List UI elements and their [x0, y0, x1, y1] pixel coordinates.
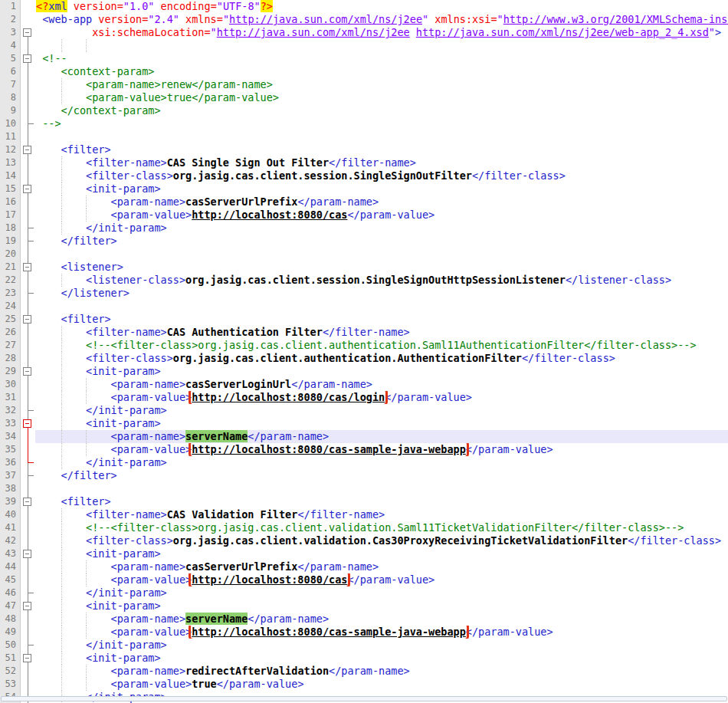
code-text[interactable]: <listener-class>org.jasig.cas.client.ses… — [35, 274, 728, 287]
code-line[interactable]: 35 <param-value>http://localhost:8080/ca… — [0, 443, 728, 456]
code-line[interactable]: 42 <filter-class>org.jasig.cas.client.va… — [0, 534, 728, 547]
code-text[interactable]: </init-param> — [35, 639, 728, 652]
code-line[interactable]: 34 <param-name>serverName</param-name> — [0, 430, 728, 443]
code-line[interactable]: 48 <param-name>serverName</param-name> — [0, 613, 728, 626]
code-text[interactable] — [35, 39, 728, 52]
code-line[interactable]: 20 — [0, 248, 728, 261]
code-line[interactable]: 32 </init-param> — [0, 404, 728, 417]
code-text[interactable]: <filter> — [35, 495, 728, 508]
code-line[interactable]: 19 </filter> — [0, 235, 728, 248]
fold-collapse-icon[interactable] — [23, 263, 31, 271]
code-text[interactable]: <filter-name>CAS Validation Filter</filt… — [35, 508, 728, 521]
code-text[interactable]: --> — [35, 117, 728, 130]
fold-collapse-icon[interactable] — [23, 498, 31, 506]
code-text[interactable]: <!-- — [35, 52, 728, 65]
code-text[interactable]: </filter> — [35, 469, 728, 482]
code-text[interactable]: <param-name>casServerLoginUrl</param-nam… — [35, 378, 728, 391]
code-text[interactable]: <!--<filter-class>org.jasig.cas.client.v… — [35, 521, 728, 534]
code-text[interactable]: <filter> — [35, 143, 728, 156]
code-line[interactable]: 46 </init-param> — [0, 586, 728, 600]
code-text[interactable]: <context-param> — [35, 65, 728, 78]
code-line[interactable]: 30 <param-name>casServerLoginUrl</param-… — [0, 378, 728, 391]
code-line[interactable]: 33 <init-param> — [0, 417, 728, 430]
code-line[interactable]: 38 — [0, 482, 728, 495]
code-text[interactable]: <param-value>http://localhost:8080/cas</… — [35, 573, 728, 586]
code-text[interactable]: <init-param> — [35, 652, 728, 665]
code-line[interactable]: 1<?xml version="1.0" encoding="UTF-8"?> — [0, 0, 728, 13]
code-text[interactable]: </filter> — [35, 235, 728, 248]
code-line[interactable]: 31 <param-value>http://localhost:8080/ca… — [0, 391, 728, 404]
fold-collapse-icon[interactable] — [23, 54, 31, 63]
code-text[interactable]: </init-param> — [35, 404, 728, 417]
fold-collapse-icon[interactable] — [23, 550, 31, 558]
code-text[interactable]: <param-value>http://localhost:8080/cas</… — [35, 209, 728, 222]
code-line[interactable]: 41 <!--<filter-class>org.jasig.cas.clien… — [0, 521, 728, 534]
code-text[interactable]: </listener> — [35, 287, 728, 300]
code-line[interactable]: 11 — [0, 130, 728, 143]
horizontal-scrollbar[interactable] — [1, 696, 727, 701]
code-text[interactable]: </init-param> — [35, 586, 728, 600]
code-text[interactable]: <param-value>http://localhost:8080/cas-s… — [35, 626, 728, 639]
code-text[interactable]: <filter-class>org.jasig.cas.client.valid… — [35, 534, 728, 547]
code-line[interactable]: 51 <init-param> — [0, 652, 728, 665]
code-text[interactable]: <web-app version="2.4" xmlns="http://jav… — [35, 13, 728, 26]
fold-collapse-icon[interactable] — [23, 146, 31, 154]
code-line[interactable]: 23 </listener> — [0, 287, 728, 300]
fold-collapse-icon[interactable] — [23, 315, 31, 324]
code-text[interactable]: <param-name>casServerUrlPrefix</param-na… — [35, 560, 728, 573]
code-line[interactable]: 5 <!-- — [0, 52, 728, 65]
fold-collapse-icon[interactable] — [23, 367, 31, 376]
code-line[interactable]: 22 <listener-class>org.jasig.cas.client.… — [0, 274, 728, 287]
code-text[interactable]: <filter-name>CAS Single Sign Out Filter<… — [35, 156, 728, 169]
code-line[interactable]: 28 <filter-class>org.jasig.cas.client.au… — [0, 352, 728, 365]
code-line[interactable]: 26 <filter-name>CAS Authentication Filte… — [0, 326, 728, 339]
code-line[interactable]: 37 </filter> — [0, 469, 728, 482]
code-text[interactable] — [35, 248, 728, 261]
code-text[interactable]: <filter-name>CAS Authentication Filter</… — [35, 326, 728, 339]
code-line[interactable]: 16 <param-name>casServerUrlPrefix</param… — [0, 195, 728, 209]
fold-collapse-icon[interactable] — [23, 185, 31, 193]
code-text[interactable]: </init-param> — [35, 222, 728, 235]
code-line[interactable]: 53 <param-value>true</param-value> — [0, 678, 728, 691]
code-line[interactable]: 21 <listener> — [0, 261, 728, 274]
code-line[interactable]: 27 <!--<filter-class>org.jasig.cas.clien… — [0, 339, 728, 352]
code-line[interactable]: 43 <init-param> — [0, 547, 728, 560]
code-line[interactable]: 2 <web-app version="2.4" xmlns="http://j… — [0, 13, 728, 26]
code-line[interactable]: 18 </init-param> — [0, 222, 728, 235]
code-text[interactable]: <param-name>serverName</param-name> — [35, 613, 728, 626]
code-text[interactable]: <param-name>redirectAfterValidation</par… — [35, 665, 728, 678]
code-line[interactable]: 40 <filter-name>CAS Validation Filter</f… — [0, 508, 728, 521]
code-line[interactable]: 7 <param-name>renew</param-name> — [0, 78, 728, 91]
code-line[interactable]: 6 <context-param> — [0, 65, 728, 78]
code-line[interactable]: 47 <init-param> — [0, 600, 728, 613]
fold-collapse-icon[interactable] — [23, 654, 31, 662]
code-text[interactable]: <param-value>http://localhost:8080/cas-s… — [35, 443, 728, 456]
code-line[interactable]: 13 <filter-name>CAS Single Sign Out Filt… — [0, 156, 728, 169]
code-text[interactable]: <listener> — [35, 261, 728, 274]
fold-collapse-icon[interactable] — [23, 602, 31, 610]
code-text[interactable]: <param-value>http://localhost:8080/cas/l… — [35, 391, 728, 404]
code-text[interactable]: <filter> — [35, 313, 728, 326]
code-text[interactable]: <filter-class>org.jasig.cas.client.sessi… — [35, 169, 728, 182]
code-line[interactable]: 45 <param-value>http://localhost:8080/ca… — [0, 573, 728, 586]
code-line[interactable]: 9 </context-param> — [0, 104, 728, 117]
code-line[interactable]: 44 <param-name>casServerUrlPrefix</param… — [0, 560, 728, 573]
code-line[interactable]: 49 <param-value>http://localhost:8080/ca… — [0, 626, 728, 639]
code-line[interactable]: 12 <filter> — [0, 143, 728, 156]
code-text[interactable]: <param-name>casServerUrlPrefix</param-na… — [35, 195, 728, 209]
code-text[interactable] — [35, 300, 728, 313]
code-text[interactable]: </init-param> — [35, 456, 728, 469]
code-line[interactable]: 39 <filter> — [0, 495, 728, 508]
code-text[interactable]: <filter-class>org.jasig.cas.client.authe… — [35, 352, 728, 365]
code-text[interactable]: <init-param> — [35, 547, 728, 560]
code-line[interactable]: 3 xsi:schemaLocation="http://java.sun.co… — [0, 26, 728, 39]
code-text[interactable]: <param-name>serverName</param-name> — [35, 430, 728, 443]
code-line[interactable]: 24 — [0, 300, 728, 313]
code-line[interactable]: 52 <param-name>redirectAfterValidation</… — [0, 665, 728, 678]
code-text[interactable]: <!--<filter-class>org.jasig.cas.client.a… — [35, 339, 728, 352]
code-line[interactable]: 14 <filter-class>org.jasig.cas.client.se… — [0, 169, 728, 182]
fold-collapse-icon[interactable] — [23, 419, 31, 428]
code-text[interactable]: <init-param> — [35, 417, 728, 430]
code-text[interactable]: <param-value>true</param-value> — [35, 678, 728, 691]
code-text[interactable]: <init-param> — [35, 365, 728, 378]
